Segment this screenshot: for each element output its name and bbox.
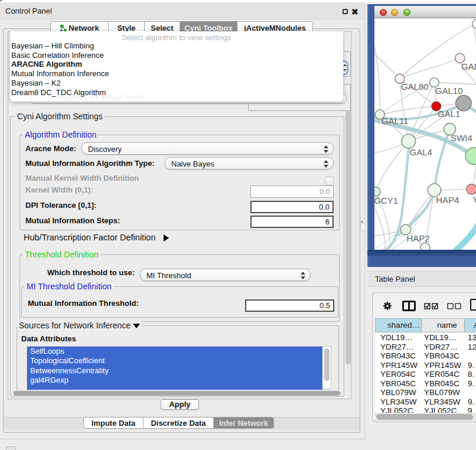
svg-text:GAL80: GAL80 bbox=[401, 81, 429, 92]
svg-text:GAL11: GAL11 bbox=[382, 116, 409, 126]
svg-text:GAL1: GAL1 bbox=[438, 109, 460, 119]
svg-text:HAP4: HAP4 bbox=[436, 195, 459, 205]
svg-text:GAL4: GAL4 bbox=[410, 147, 432, 157]
svg-text:Y: Y bbox=[472, 194, 476, 204]
svg-text:HAP2: HAP2 bbox=[406, 233, 429, 243]
svg-text:GAL7: GAL7 bbox=[461, 61, 476, 71]
svg-text:GCY1: GCY1 bbox=[374, 195, 398, 206]
svg-text:GAL10: GAL10 bbox=[435, 86, 463, 96]
svg-text:SWI4: SWI4 bbox=[451, 133, 472, 143]
